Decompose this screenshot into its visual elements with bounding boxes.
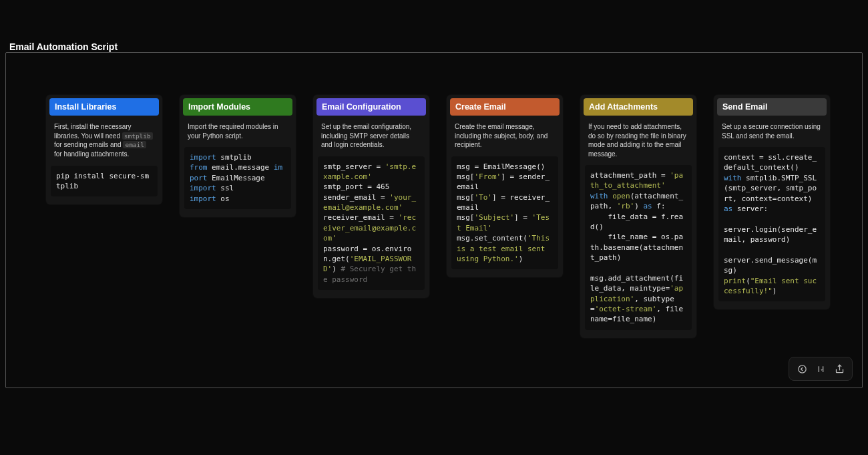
card-code: attachment_path = 'path_to_attachment' w… <box>585 165 692 330</box>
step-icon: + <box>816 364 826 374</box>
card-description: Set up a secure connection using SSL and… <box>714 116 830 144</box>
card-description: Import the required modules in your Pyth… <box>180 116 296 144</box>
back-button[interactable] <box>793 360 811 377</box>
step-button[interactable]: + <box>812 360 829 377</box>
card-description: If you need to add attachments, do so by… <box>580 116 696 162</box>
chevron-left-circle-icon <box>797 364 807 374</box>
card-0: Install LibrariesFirst, install the nece… <box>46 95 162 204</box>
bottom-toolbar: + <box>789 357 853 381</box>
card-header: Email Configuration <box>316 98 426 116</box>
card-code: pip install secure-smtplib <box>51 166 158 197</box>
svg-point-0 <box>798 365 805 372</box>
card-header: Send Email <box>717 98 827 116</box>
page-title: Email Automation Script <box>9 41 118 52</box>
card-description: Create the email message, including the … <box>447 116 563 154</box>
card-description: Set up the email configuration, includin… <box>313 116 429 154</box>
card-4: Add AttachmentsIf you need to add attach… <box>580 95 696 338</box>
content-frame: Install LibrariesFirst, install the nece… <box>5 52 863 388</box>
share-button[interactable] <box>831 360 848 377</box>
card-5: Send EmailSet up a secure connection usi… <box>714 95 830 309</box>
card-header: Add Attachments <box>584 98 693 116</box>
card-header: Install Libraries <box>49 98 159 116</box>
card-code: msg = EmailMessage() msg['From'] = sende… <box>451 156 558 270</box>
card-description: First, install the necessary libraries. … <box>46 116 162 163</box>
card-2: Email ConfigurationSet up the email conf… <box>313 95 429 298</box>
card-3: Create EmailCreate the email message, in… <box>447 95 563 277</box>
cards-row: Install LibrariesFirst, install the nece… <box>46 95 822 338</box>
card-1: Import ModulesImport the required module… <box>180 95 296 217</box>
card-header: Create Email <box>450 98 560 116</box>
card-code: smtp_server = 'smtp.example.com' smtp_po… <box>318 156 425 291</box>
card-code: import smtplib from email.message import… <box>184 147 291 209</box>
share-icon <box>835 364 845 374</box>
card-code: context = ssl.create_default_context() w… <box>718 147 825 301</box>
card-header: Import Modules <box>183 98 292 116</box>
